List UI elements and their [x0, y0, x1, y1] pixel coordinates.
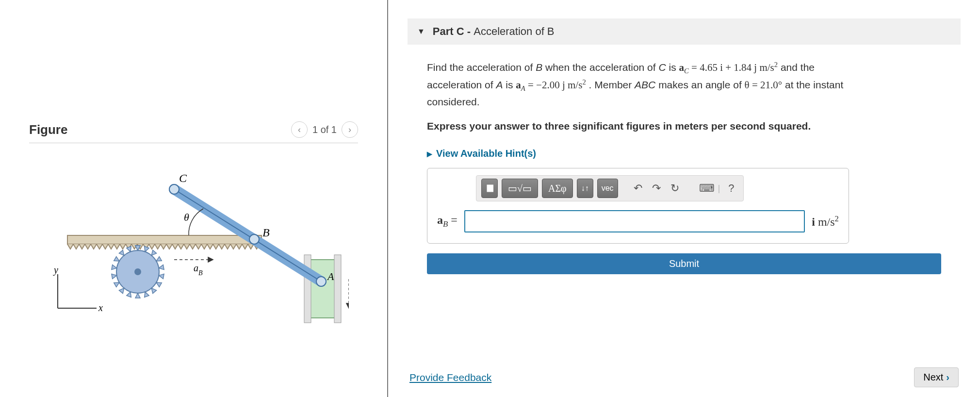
answer-units: i m/s2: [812, 214, 839, 229]
figure-title: Figure: [29, 122, 67, 137]
answer-instructions: Express your answer to three significant…: [427, 118, 941, 134]
redo-button[interactable]: ↷: [649, 181, 664, 196]
subscript-button[interactable]: ↓↑: [577, 179, 593, 198]
collapse-icon: ▼: [417, 27, 425, 36]
svg-rect-6: [308, 260, 338, 318]
provide-feedback-link[interactable]: Provide Feedback: [409, 372, 491, 383]
svg-point-11: [169, 184, 179, 194]
vector-button[interactable]: vec: [597, 179, 618, 198]
A-label: A: [327, 270, 334, 282]
part-title: Part C - Acceleration of B: [433, 25, 555, 38]
theta-label: θ: [184, 211, 189, 223]
next-label: Next: [923, 372, 943, 383]
fraction-template-button[interactable]: [481, 179, 498, 198]
svg-rect-7: [304, 255, 311, 323]
view-hints-toggle[interactable]: ▶ View Available Hint(s): [427, 148, 941, 159]
keyboard-button[interactable]: ⌨: [700, 181, 714, 196]
C-label: C: [179, 172, 187, 184]
mechanism-svg: y x: [38, 163, 349, 328]
chevron-right-icon: ▶: [427, 150, 432, 158]
figure-divider: [29, 143, 358, 143]
next-button[interactable]: Next ›: [914, 367, 959, 387]
root-template-button[interactable]: ▭√▭: [502, 179, 538, 198]
question-pane: ▼ Part C - Acceleration of B Find the ac…: [388, 0, 980, 397]
figure-prev-button[interactable]: ‹: [291, 121, 308, 138]
svg-point-12: [249, 234, 259, 244]
svg-point-5: [135, 269, 141, 275]
figure-pager: 1 of 1: [312, 124, 337, 135]
rect-icon: [486, 183, 493, 193]
answer-input[interactable]: [464, 210, 805, 232]
figure-diagram: y x: [29, 163, 358, 328]
submit-button[interactable]: Submit: [427, 253, 941, 274]
figure-pane: Figure ‹ 1 of 1 › y x: [0, 0, 388, 397]
chevron-right-icon: ›: [946, 372, 949, 383]
prompt-text: Find the acceleration of B when the acce…: [427, 59, 941, 110]
greek-button[interactable]: ΑΣφ: [542, 179, 573, 198]
answer-lhs: aB =: [437, 214, 457, 229]
part-label: Part C: [433, 25, 464, 37]
figure-header: Figure ‹ 1 of 1 ›: [29, 121, 358, 138]
equation-toolbar: ▭√▭ ΑΣφ ↓↑ vec ↶ ↷ ↻ ⌨ | ?: [476, 175, 744, 201]
svg-rect-8: [334, 255, 341, 323]
axis-y-label: y: [53, 265, 58, 276]
answer-box: ▭√▭ ΑΣφ ↓↑ vec ↶ ↷ ↻ ⌨ | ? aB = i m/s2: [427, 168, 849, 244]
aB-label: aB: [194, 263, 203, 277]
undo-button[interactable]: ↶: [631, 181, 645, 196]
hints-label: View Available Hint(s): [436, 148, 536, 159]
B-label: B: [262, 226, 270, 239]
svg-rect-16: [487, 185, 493, 192]
figure-nav: ‹ 1 of 1 ›: [291, 121, 358, 138]
part-subtitle: Acceleration of B: [474, 25, 554, 37]
axis-x-label: x: [98, 302, 103, 313]
svg-rect-2: [67, 235, 261, 244]
svg-point-13: [316, 277, 326, 286]
answer-input-row: aB = i m/s2: [437, 210, 839, 232]
reset-button[interactable]: ↻: [668, 181, 682, 196]
help-button[interactable]: ?: [724, 181, 738, 196]
figure-next-button[interactable]: ›: [342, 121, 358, 138]
part-header[interactable]: ▼ Part C - Acceleration of B: [408, 18, 961, 45]
bottom-row: Provide Feedback Next ›: [408, 363, 961, 387]
